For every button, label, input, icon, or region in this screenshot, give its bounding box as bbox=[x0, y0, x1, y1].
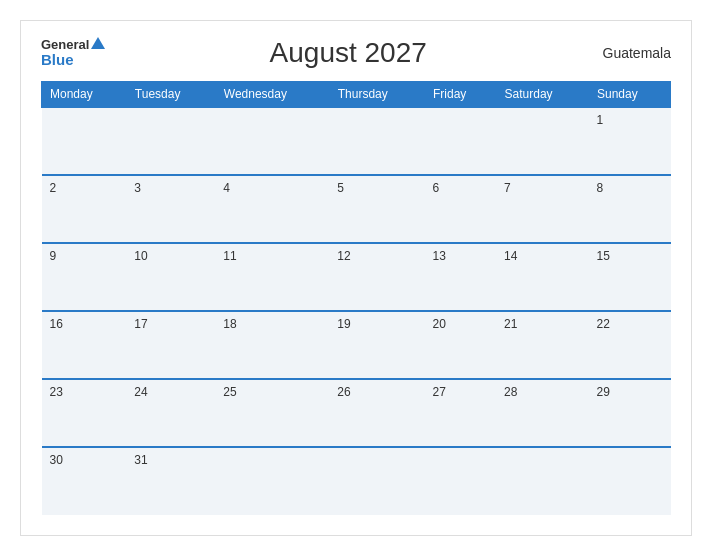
calendar-cell: 25 bbox=[215, 379, 329, 447]
logo-triangle-icon bbox=[91, 37, 105, 49]
logo-general-text: General bbox=[41, 38, 105, 52]
day-number: 29 bbox=[596, 385, 609, 399]
calendar-cell: 11 bbox=[215, 243, 329, 311]
day-number: 8 bbox=[596, 181, 603, 195]
calendar-body: 1234567891011121314151617181920212223242… bbox=[42, 107, 671, 515]
calendar-cell: 26 bbox=[329, 379, 424, 447]
calendar-cell bbox=[496, 447, 588, 515]
calendar-cell: 10 bbox=[126, 243, 215, 311]
calendar-cell bbox=[329, 107, 424, 175]
day-number: 3 bbox=[134, 181, 141, 195]
day-number: 6 bbox=[432, 181, 439, 195]
day-number: 28 bbox=[504, 385, 517, 399]
day-number: 10 bbox=[134, 249, 147, 263]
weekday-header-saturday: Saturday bbox=[496, 82, 588, 108]
calendar-cell: 16 bbox=[42, 311, 127, 379]
calendar-cell: 9 bbox=[42, 243, 127, 311]
calendar-cell: 7 bbox=[496, 175, 588, 243]
day-number: 9 bbox=[50, 249, 57, 263]
weekday-header-row: MondayTuesdayWednesdayThursdayFridaySatu… bbox=[42, 82, 671, 108]
day-number: 7 bbox=[504, 181, 511, 195]
calendar-week-row: 1 bbox=[42, 107, 671, 175]
day-number: 26 bbox=[337, 385, 350, 399]
day-number: 4 bbox=[223, 181, 230, 195]
day-number: 23 bbox=[50, 385, 63, 399]
calendar-cell bbox=[329, 447, 424, 515]
calendar-cell: 31 bbox=[126, 447, 215, 515]
day-number: 19 bbox=[337, 317, 350, 331]
calendar-table: MondayTuesdayWednesdayThursdayFridaySatu… bbox=[41, 81, 671, 515]
calendar-cell bbox=[496, 107, 588, 175]
day-number: 5 bbox=[337, 181, 344, 195]
calendar-container: General Blue August 2027 Guatemala Monda… bbox=[20, 20, 692, 536]
calendar-cell: 1 bbox=[588, 107, 670, 175]
calendar-cell: 4 bbox=[215, 175, 329, 243]
calendar-cell: 28 bbox=[496, 379, 588, 447]
calendar-cell: 8 bbox=[588, 175, 670, 243]
day-number: 30 bbox=[50, 453, 63, 467]
calendar-week-row: 9101112131415 bbox=[42, 243, 671, 311]
day-number: 20 bbox=[432, 317, 445, 331]
day-number: 12 bbox=[337, 249, 350, 263]
calendar-cell: 18 bbox=[215, 311, 329, 379]
calendar-cell bbox=[126, 107, 215, 175]
calendar-week-row: 23242526272829 bbox=[42, 379, 671, 447]
calendar-cell: 29 bbox=[588, 379, 670, 447]
calendar-cell: 17 bbox=[126, 311, 215, 379]
calendar-cell bbox=[424, 107, 496, 175]
weekday-header-wednesday: Wednesday bbox=[215, 82, 329, 108]
day-number: 25 bbox=[223, 385, 236, 399]
calendar-cell bbox=[215, 107, 329, 175]
calendar-cell: 27 bbox=[424, 379, 496, 447]
calendar-cell bbox=[424, 447, 496, 515]
calendar-week-row: 16171819202122 bbox=[42, 311, 671, 379]
calendar-cell: 21 bbox=[496, 311, 588, 379]
calendar-header: General Blue August 2027 Guatemala bbox=[41, 37, 671, 69]
logo: General Blue bbox=[41, 38, 105, 69]
calendar-cell: 30 bbox=[42, 447, 127, 515]
day-number: 27 bbox=[432, 385, 445, 399]
calendar-week-row: 3031 bbox=[42, 447, 671, 515]
weekday-header-monday: Monday bbox=[42, 82, 127, 108]
calendar-cell bbox=[215, 447, 329, 515]
calendar-cell bbox=[42, 107, 127, 175]
day-number: 11 bbox=[223, 249, 236, 263]
day-number: 18 bbox=[223, 317, 236, 331]
day-number: 16 bbox=[50, 317, 63, 331]
calendar-cell: 24 bbox=[126, 379, 215, 447]
day-number: 15 bbox=[596, 249, 609, 263]
logo-blue-text: Blue bbox=[41, 52, 105, 69]
day-number: 17 bbox=[134, 317, 147, 331]
day-number: 22 bbox=[596, 317, 609, 331]
day-number: 13 bbox=[432, 249, 445, 263]
calendar-cell: 15 bbox=[588, 243, 670, 311]
calendar-week-row: 2345678 bbox=[42, 175, 671, 243]
day-number: 24 bbox=[134, 385, 147, 399]
day-number: 31 bbox=[134, 453, 147, 467]
month-title: August 2027 bbox=[105, 37, 591, 69]
calendar-cell: 6 bbox=[424, 175, 496, 243]
calendar-cell: 12 bbox=[329, 243, 424, 311]
calendar-cell: 3 bbox=[126, 175, 215, 243]
day-number: 1 bbox=[596, 113, 603, 127]
calendar-cell: 22 bbox=[588, 311, 670, 379]
country-label: Guatemala bbox=[591, 45, 671, 61]
day-number: 2 bbox=[50, 181, 57, 195]
calendar-cell: 14 bbox=[496, 243, 588, 311]
day-number: 14 bbox=[504, 249, 517, 263]
calendar-cell: 20 bbox=[424, 311, 496, 379]
calendar-cell: 13 bbox=[424, 243, 496, 311]
calendar-cell: 2 bbox=[42, 175, 127, 243]
weekday-header-friday: Friday bbox=[424, 82, 496, 108]
day-number: 21 bbox=[504, 317, 517, 331]
calendar-header-row: MondayTuesdayWednesdayThursdayFridaySatu… bbox=[42, 82, 671, 108]
calendar-cell: 5 bbox=[329, 175, 424, 243]
weekday-header-sunday: Sunday bbox=[588, 82, 670, 108]
weekday-header-tuesday: Tuesday bbox=[126, 82, 215, 108]
calendar-cell: 19 bbox=[329, 311, 424, 379]
calendar-cell: 23 bbox=[42, 379, 127, 447]
calendar-cell bbox=[588, 447, 670, 515]
weekday-header-thursday: Thursday bbox=[329, 82, 424, 108]
